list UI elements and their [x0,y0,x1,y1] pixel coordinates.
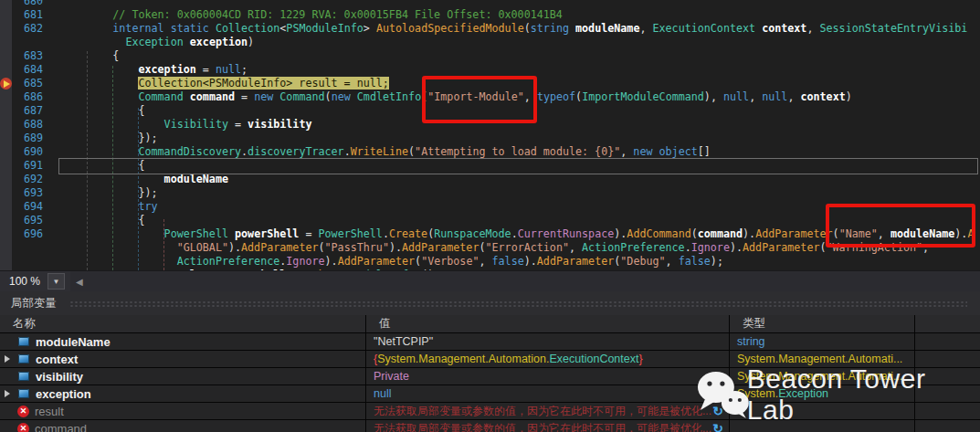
local-variable-icon [18,372,29,381]
code-line-682[interactable]: 682 internal static Collection<PSModuleI… [0,22,980,36]
chevron-right-icon[interactable] [2,355,13,363]
error-icon: ✕ [17,406,29,417]
line-number: 683 [12,49,43,63]
value-cell[interactable]: 无法获取局部变量或参数的值，因为它在此时不可用，可能是被优化...↻ [366,403,730,419]
value-cell[interactable]: "NetTCPIP" [366,333,730,350]
empty-cell [915,333,980,350]
horizontal-scrollbar[interactable]: ◀ [70,271,980,291]
value-cell[interactable]: Private [366,368,730,385]
column-header-empty[interactable] [915,315,980,332]
column-header[interactable]: 值 [366,315,730,332]
variable-name: context [36,353,78,366]
line-number: 693 [12,186,43,200]
line-number [12,241,43,255]
dnspy-debugger-window: 680681 // Token: 0x060004CD RID: 1229 RV… [0,0,980,432]
code-line-689[interactable]: 689 }); [0,132,980,145]
line-number: 692 [12,173,43,186]
code-line-690[interactable]: 690 CommandDiscovery.discoveryTracer.Wri… [0,145,980,159]
line-number: 691 [12,159,43,173]
line-number [12,255,43,269]
editor-bottom-bar: 100 % ▼ ◀ [0,270,980,291]
watermark-text: Beacon Tower Lab [747,364,980,426]
chevron-down-icon[interactable]: ▼ [47,273,65,290]
arrow-left-icon[interactable]: ◀ [70,277,83,287]
variable-name: command [35,422,87,432]
column-header[interactable]: 名称 [0,315,366,332]
line-number: 690 [12,145,43,159]
locals-header-row: 名称值类型 [0,315,980,333]
local-variable-icon [18,354,29,364]
type-cell: string [730,333,915,350]
zoom-level[interactable]: 100 % [0,275,47,288]
code-line-683[interactable]: 683 { [0,49,980,63]
line-focus-outline [58,158,978,174]
line-number: 681 [12,8,43,22]
code-line-680[interactable]: 680 [0,0,980,8]
line-number: 694 [12,200,43,214]
name-cell: context [0,351,366,367]
wechat-logo-icon [694,370,753,419]
current-statement-arrow-icon[interactable] [0,78,12,90]
line-number: 696 [12,227,43,241]
name-cell: ✕result [0,403,366,419]
locals-panel-title: 局部变量 [0,296,57,311]
line-number: 695 [12,214,43,227]
name-cell: moduleName [0,333,366,350]
local-variable-icon [18,389,29,398]
column-header[interactable]: 类型 [730,315,915,332]
annotation-box-name-parameter [826,204,975,248]
code-line-684[interactable]: 684 exception = null; [0,63,980,77]
variable-name: moduleName [36,335,111,349]
line-number: 684 [12,63,43,77]
name-cell: visibility [0,368,366,385]
line-number: 685 [12,77,43,90]
line-number: 686 [12,90,43,104]
locals-row-moduleName[interactable]: moduleName"NetTCPIP"string [0,333,980,351]
code-line-wrap[interactable]: Exception exception) [0,36,980,49]
name-cell: ✕command [0,420,366,432]
line-number: 682 [12,22,43,36]
value-cell[interactable]: 无法获取局部变量或参数的值，因为它在此时不可用，可能是被优化...↻ [366,420,730,432]
variable-name: visibility [36,370,83,384]
annotation-box-import-module [422,76,537,123]
locals-title-bar[interactable]: 局部变量 [0,291,980,315]
local-variable-icon [18,337,29,346]
error-icon: ✕ [17,423,29,432]
code-line-693[interactable]: 693 }); [0,186,980,200]
variable-name: exception [36,387,91,401]
code-line-692[interactable]: 692 moduleName [0,173,980,186]
code-line-wrap[interactable]: ActionPreference.Ignore).AddParameter("V… [0,255,980,269]
dock-grip-texture [69,300,967,309]
watermark: Beacon Tower Lab [694,364,980,426]
chevron-right-icon[interactable] [2,390,13,397]
variable-name: result [35,405,64,418]
line-number: 687 [12,104,43,118]
line-number: 689 [12,132,43,145]
value-cell[interactable]: {System.Management.Automation.ExecutionC… [366,351,730,367]
line-number: 680 [12,0,43,8]
name-cell: exception [0,385,366,402]
line-number: 688 [12,118,43,132]
value-cell[interactable]: null [366,385,730,402]
line-number [12,36,43,49]
code-line-681[interactable]: 681 // Token: 0x060004CD RID: 1229 RVA: … [0,8,980,22]
